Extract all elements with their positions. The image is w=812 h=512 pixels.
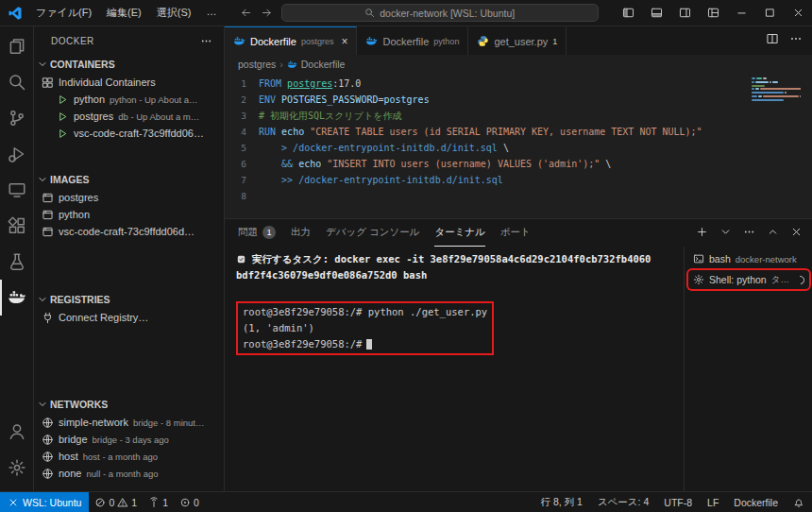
layout-sidebar-left-icon xyxy=(622,7,634,19)
problems-status[interactable]: 01 xyxy=(89,492,143,512)
sidebar-item[interactable]: simple-networkbridge - 8 minut… xyxy=(34,414,224,431)
panel-tab-0[interactable]: 問題1 xyxy=(238,219,276,247)
forward-icon[interactable] xyxy=(261,7,273,19)
activity-source-control[interactable] xyxy=(0,100,33,136)
minimap[interactable] xyxy=(752,77,801,106)
sidebar-item[interactable]: vsc-code-craft-73c9ffdd06d… xyxy=(34,223,224,240)
editor-tab-bar: Dockerfilepostgres×Dockerfilepythonget_u… xyxy=(225,26,812,55)
layout-grid-icon xyxy=(707,7,719,19)
minimize-button[interactable] xyxy=(727,0,755,26)
panel-tab-1[interactable]: 出力 xyxy=(291,219,311,247)
editor-tab-2[interactable]: get_user.py1 xyxy=(468,26,567,55)
more-actions-icon[interactable] xyxy=(200,35,212,47)
docker-icon xyxy=(8,288,26,307)
chevron-down-icon xyxy=(37,59,48,70)
close-tab-icon[interactable]: × xyxy=(341,36,347,47)
section-networks-header[interactable]: NETWORKS xyxy=(34,395,224,414)
menubar-item-1[interactable]: 編集(E) xyxy=(99,3,149,23)
breadcrumb[interactable]: postgres›Dockerfile xyxy=(225,55,812,74)
terminal-session-1[interactable]: Shell: pythonタ… xyxy=(688,270,809,289)
activity-remote-explorer[interactable] xyxy=(0,172,33,208)
panel-add-button[interactable] xyxy=(696,225,708,242)
status-item-0[interactable]: 行 8, 列 1 xyxy=(533,496,590,509)
activity-accounts[interactable] xyxy=(0,414,33,450)
add-icon xyxy=(696,226,708,238)
sidebar-item[interactable]: Connect Registry… xyxy=(34,309,224,326)
docker-icon xyxy=(287,60,297,70)
gear-icon xyxy=(8,458,26,477)
image-icon xyxy=(42,209,54,221)
terminal-line: (1, 'admin') xyxy=(243,320,487,336)
maximize-button[interactable] xyxy=(755,0,784,26)
panel-close-button[interactable] xyxy=(790,225,803,242)
sidebar-item[interactable]: python xyxy=(34,206,224,223)
layout-sidebar-right-button[interactable] xyxy=(670,0,699,26)
remote-indicator[interactable]: WSL: Ubuntu xyxy=(0,492,89,512)
editor-tab-1[interactable]: Dockerfilepython xyxy=(357,26,468,55)
breadcrumb-item-0[interactable]: postgres xyxy=(238,59,276,70)
sidebar-item[interactable]: bridgebridge - 3 days ago xyxy=(34,431,224,448)
sidebar-item[interactable]: vsc-code-craft-73c9ffdd06… xyxy=(34,125,224,142)
activity-settings[interactable] xyxy=(0,450,33,486)
code-line: 2ENV POSTGRES_PASSWORD=postgres xyxy=(225,92,812,108)
activity-search[interactable] xyxy=(0,64,33,100)
split-editor-button[interactable] xyxy=(766,32,779,49)
menubar-item-3[interactable]: … xyxy=(198,3,224,23)
vscode-logo-icon xyxy=(8,6,23,21)
section-images: IMAGESpostgrespythonvsc-code-craft-73c9f… xyxy=(34,170,224,240)
layout-grid-button[interactable] xyxy=(699,0,727,26)
line-number: 8 xyxy=(225,188,259,204)
status-item-2[interactable]: UTF-8 xyxy=(656,497,700,508)
line-number: 7 xyxy=(225,172,259,188)
python-icon xyxy=(477,35,489,47)
editor-tab-0[interactable]: Dockerfilepostgres× xyxy=(225,26,357,55)
activity-explorer[interactable] xyxy=(0,28,33,64)
section-containers-header[interactable]: CONTAINERS xyxy=(34,55,224,74)
line-number: 6 xyxy=(225,156,259,172)
section-registries-header[interactable]: REGISTRIES xyxy=(34,290,224,309)
panel-chevron-up-button[interactable] xyxy=(767,225,779,242)
activity-extensions[interactable] xyxy=(0,208,33,244)
panel-ellipsis-button[interactable] xyxy=(743,225,755,242)
activity-docker[interactable] xyxy=(0,280,33,316)
panel-chevron-down-button[interactable] xyxy=(719,225,732,242)
layout-sidebar-left-button[interactable] xyxy=(614,0,642,26)
status-item-1[interactable]: スペース: 4 xyxy=(590,496,656,509)
terminal[interactable]: 実行するタスク: docker exec -it 3e8f29e79058a4c… xyxy=(225,247,684,491)
layout-panel-button[interactable] xyxy=(642,0,670,26)
status-extra-1[interactable]: 0 xyxy=(174,492,205,512)
docker-sidebar: DOCKER CONTAINERSIndividual Containerspy… xyxy=(34,26,225,491)
sidebar-item[interactable]: Individual Containers xyxy=(34,74,224,91)
menubar-item-0[interactable]: ファイル(F) xyxy=(28,3,99,23)
sidebar-item[interactable]: pythonpython - Up About a… xyxy=(34,91,224,108)
sidebar-item[interactable]: nonenull - a month ago xyxy=(34,465,224,482)
code-editor[interactable]: 1FROM postgres:17.02ENV POSTGRES_PASSWOR… xyxy=(225,74,812,218)
status-extra-0[interactable]: 1 xyxy=(143,492,174,512)
panel-tab-3[interactable]: ターミナル xyxy=(434,219,484,247)
sidebar-item[interactable]: postgres xyxy=(34,189,224,206)
terminal-session-0[interactable]: bashdocker-network xyxy=(688,249,809,268)
panel-tab-4[interactable]: ポート xyxy=(500,219,531,247)
close-button[interactable] xyxy=(784,0,812,26)
search-icon xyxy=(8,73,26,92)
window-controls xyxy=(614,0,812,26)
activity-run-debug[interactable] xyxy=(0,136,33,172)
sidebar-item[interactable]: hosthost - a month ago xyxy=(34,448,224,465)
panel-tab-2[interactable]: デバッグ コンソール xyxy=(326,219,419,247)
remote-icon xyxy=(8,497,19,508)
titlebar: ファイル(F)編集(E)選択(S)… docker-network [WSL: … xyxy=(0,0,812,26)
sidebar-item[interactable]: postgresdb - Up About a m… xyxy=(34,108,224,125)
problems-badge: 1 xyxy=(262,226,276,239)
menubar-item-2[interactable]: 選択(S) xyxy=(149,3,199,23)
section-registries: REGISTRIESConnect Registry… xyxy=(34,290,224,326)
notifications-bell[interactable] xyxy=(786,497,812,508)
command-center-search[interactable]: docker-network [WSL: Ubuntu] xyxy=(281,4,599,22)
terminal-sessions-list: bashdocker-networkShell: pythonタ… xyxy=(684,247,812,491)
editor-more-actions[interactable] xyxy=(789,32,803,49)
activity-testing[interactable] xyxy=(0,244,33,280)
status-item-4[interactable]: Dockerfile xyxy=(726,497,786,508)
back-icon[interactable] xyxy=(240,7,252,19)
status-item-3[interactable]: LF xyxy=(700,497,726,508)
breadcrumb-item-1[interactable]: Dockerfile xyxy=(287,59,346,70)
section-images-header[interactable]: IMAGES xyxy=(34,170,224,189)
